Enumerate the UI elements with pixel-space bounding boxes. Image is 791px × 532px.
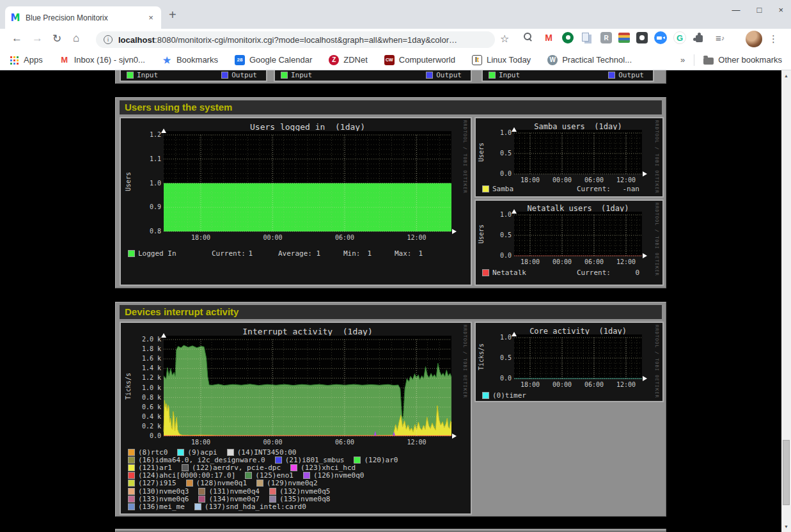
bookmark-label: Linux Today bbox=[487, 55, 531, 65]
legend-label: (14)INT3450:00 bbox=[237, 448, 297, 457]
bookmark-item[interactable]: Practical Technol... bbox=[547, 55, 632, 65]
vertical-scrollbar[interactable]: ▲ ▼ bbox=[781, 70, 791, 532]
legend-item: (127)i915 bbox=[129, 479, 176, 487]
bookmark-item[interactable]: Apps bbox=[9, 55, 43, 65]
extensions-row bbox=[521, 31, 727, 45]
legend-stat-value: 1 bbox=[308, 249, 320, 258]
forward-button[interactable]: → bbox=[32, 32, 43, 45]
legend-label: (135)nvme0q8 bbox=[279, 495, 330, 503]
legend-swatch bbox=[182, 465, 188, 471]
y-tick-label: 1.0 k bbox=[133, 384, 161, 391]
y-tick-label: 2.0 k bbox=[133, 336, 161, 343]
legend-output: Output bbox=[609, 71, 644, 79]
x-tick-label: 12:00 bbox=[610, 381, 642, 388]
x-tick-label: 18:00 bbox=[514, 176, 546, 184]
scroll-up-arrow[interactable]: ▲ bbox=[781, 70, 791, 81]
core-activity-graph[interactable]: Core activity (1day)Ticks/sRRDTOOL / TOB… bbox=[474, 322, 664, 402]
bookmark-item[interactable]: Bookmarks bbox=[162, 55, 218, 65]
puzzle-icon[interactable] bbox=[693, 31, 707, 45]
legend-output: Output bbox=[222, 71, 257, 79]
legend-swatch bbox=[246, 473, 251, 478]
legend-label: (127)i915 bbox=[138, 479, 176, 487]
graph-legend: NetatalkCurrent:0 bbox=[476, 269, 662, 276]
reload-button[interactable]: ↻ bbox=[52, 32, 61, 45]
users-section: Users using the system Users logged in (… bbox=[115, 97, 666, 288]
scroll-down-arrow[interactable]: ▼ bbox=[781, 521, 791, 532]
bookmarks-separator bbox=[694, 54, 694, 66]
x-tick-label: 18:00 bbox=[514, 381, 546, 388]
site-info-icon[interactable]: i bbox=[104, 35, 113, 44]
minimize-button[interactable]: — bbox=[732, 5, 740, 15]
interrupt-activity-graph[interactable]: Interrupt activity (1day)Ticks/sRRDTOOL … bbox=[120, 322, 472, 515]
bookmarks-overflow-button[interactable]: » bbox=[680, 55, 685, 65]
profile-avatar[interactable] bbox=[746, 31, 762, 47]
bookmark-item[interactable]: Linux Today bbox=[472, 55, 531, 65]
recorder-icon[interactable] bbox=[600, 32, 612, 43]
address-bar[interactable]: i localhost:8080/monitorix-cgi/monitorix… bbox=[96, 31, 495, 48]
close-button[interactable]: × bbox=[778, 5, 783, 15]
legend-stat-label: Min: bbox=[343, 249, 361, 258]
legend-label: (120)ar0 bbox=[364, 456, 398, 464]
graph-legend: InputOutput bbox=[275, 70, 471, 81]
bookmark-star-icon[interactable]: ☆ bbox=[500, 33, 509, 45]
legend-label: Samba bbox=[492, 185, 513, 193]
menu-kebab-icon[interactable]: ⋮ bbox=[769, 33, 778, 45]
network-graph-panel[interactable]: InputOutput bbox=[120, 70, 267, 82]
users-logged-in-graph[interactable]: Users logged in (1day)UsersRRDTOOL / TOB… bbox=[120, 117, 472, 286]
legend-swatch bbox=[129, 251, 134, 256]
legend-item: (122)aerdrv, pcie-dpc bbox=[182, 464, 281, 472]
network-graph-panel[interactable]: InputOutput bbox=[274, 70, 472, 82]
y-tick-label: 0.0 bbox=[492, 375, 512, 382]
new-tab-button[interactable]: + bbox=[169, 8, 176, 22]
legend-swatch bbox=[199, 496, 205, 502]
netatalk-users-graph[interactable]: Netatalk users (1day)UsersRRDTOOL / TOBI… bbox=[474, 199, 664, 286]
search-icon[interactable] bbox=[521, 31, 535, 45]
copy-pages-icon[interactable] bbox=[580, 31, 594, 45]
grammarly-icon[interactable] bbox=[673, 31, 686, 44]
legend-item: (137)snd_hda_intel:card0 bbox=[195, 503, 306, 511]
bookmark-item[interactable]: Computerworld bbox=[384, 55, 455, 65]
maximize-button[interactable]: □ bbox=[757, 5, 762, 15]
bookmark-item[interactable]: Google Calendar bbox=[235, 55, 312, 65]
zoom-icon[interactable] bbox=[654, 31, 667, 44]
legend-item: (8)rtc0 bbox=[129, 448, 168, 457]
samba-users-graph[interactable]: Samba users (1day)UsersRRDTOOL / TOBI OE… bbox=[474, 117, 664, 198]
browser-tab[interactable]: M Blue Precision Monitorix × bbox=[5, 6, 161, 29]
bookmark-item[interactable]: ZDNet bbox=[329, 55, 368, 65]
graph-legend-row: (16)idma64.0, i2c_designware.0(21)i801_s… bbox=[129, 456, 398, 464]
contact-icon[interactable] bbox=[562, 32, 574, 43]
scrollbar-thumb[interactable] bbox=[783, 440, 790, 505]
books-icon[interactable] bbox=[618, 33, 630, 43]
calendar-28-icon bbox=[235, 55, 245, 65]
graph-legend-row: (121)ar1(122)aerdrv, pcie-dpc(123)xhci_h… bbox=[129, 464, 356, 471]
legend-stat-value: 1 bbox=[410, 249, 423, 258]
output-swatch bbox=[427, 72, 432, 78]
back-button[interactable]: ← bbox=[12, 32, 22, 45]
graph-legend: (0)timer bbox=[476, 391, 662, 399]
legend-item: (129)nvme0q2 bbox=[257, 479, 317, 487]
home-button[interactable]: ⌂ bbox=[73, 32, 79, 45]
legend-label: (137)snd_hda_intel:card0 bbox=[205, 503, 306, 511]
y-tick-label: 0.6 k bbox=[133, 403, 161, 411]
bookmark-label: Computerworld bbox=[399, 55, 455, 65]
x-tick-label: 06:00 bbox=[578, 381, 610, 388]
other-bookmarks-button[interactable]: Other bookmarks bbox=[703, 55, 782, 65]
legend-label: (124)ahci[0000:00:17.0] bbox=[138, 471, 235, 480]
legend-output: Output bbox=[427, 71, 462, 79]
bookmark-label: Google Calendar bbox=[249, 55, 312, 65]
legend-label: Netatalk bbox=[492, 269, 526, 277]
sleep-icon[interactable] bbox=[636, 32, 648, 43]
legend-stat-label: Max: bbox=[395, 249, 412, 258]
x-tick-label: 00:00 bbox=[257, 234, 289, 241]
legend-label: (21)i801_smbus bbox=[285, 456, 345, 464]
input-swatch bbox=[489, 72, 495, 78]
gmail-icon[interactable] bbox=[542, 31, 556, 45]
tab-close-icon[interactable]: × bbox=[146, 13, 156, 22]
bookmark-item[interactable]: Inbox (16) - sjvn0... bbox=[59, 55, 145, 65]
network-graph-panel[interactable]: InputOutput bbox=[482, 70, 654, 82]
legend-item: Netatalk bbox=[483, 269, 526, 277]
y-tick-label: 1.4 k bbox=[133, 364, 161, 372]
playlist-icon[interactable] bbox=[713, 31, 727, 45]
y-tick-label: 0.0 bbox=[492, 170, 512, 177]
url-text[interactable]: localhost:8080/monitorix-cgi/monitorix.c… bbox=[118, 35, 457, 45]
